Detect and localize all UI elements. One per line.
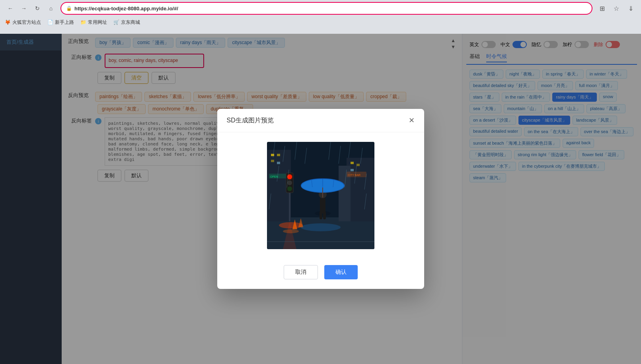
svg-rect-10 — [271, 160, 274, 162]
bookmarks-bar: 🦊 火狐官方站点 📄 新手上路 📁 常用网址 🛒 京东商城 — [0, 17, 641, 28]
bookmark-jd[interactable]: 🛒 京东商城 — [113, 19, 140, 26]
modal-overlay[interactable]: SD生成图片预览 ✕ — [0, 34, 641, 364]
modal-body: OPEN CITY BAR — [217, 132, 424, 259]
bookmark-common-sites[interactable]: 📁 常用网址 — [80, 19, 107, 26]
svg-rect-12 — [351, 162, 354, 164]
modal-close-button[interactable]: ✕ — [409, 116, 415, 125]
bookmark-firefox[interactable]: 🦊 火狐官方站点 — [5, 19, 41, 26]
modal-header: SD生成图片预览 ✕ — [217, 109, 424, 132]
preview-image: OPEN CITY BAR — [267, 142, 374, 249]
browser-top-bar: ← → ↻ ⌂ 🔒 https://ecqkua-todjez-8080.app… — [0, 0, 641, 17]
forward-button[interactable]: → — [18, 3, 29, 14]
svg-text:OPEN: OPEN — [270, 175, 278, 178]
refresh-button[interactable]: ↻ — [32, 3, 43, 14]
svg-point-23 — [287, 180, 292, 185]
bookmark-newbie[interactable]: 📄 新手上路 — [47, 19, 74, 26]
modal-title: SD生成图片预览 — [227, 116, 274, 125]
svg-point-24 — [287, 186, 292, 191]
lock-icon: 🔒 — [66, 6, 72, 11]
svg-rect-14 — [351, 169, 354, 171]
folder-icon: 📁 — [80, 19, 86, 25]
svg-rect-6 — [347, 158, 374, 221]
extensions-button[interactable]: ⊞ — [596, 3, 608, 14]
svg-text:CITY BAR: CITY BAR — [348, 174, 360, 176]
browser-nav-buttons: ← → ↻ ⌂ — [5, 3, 57, 14]
svg-point-4 — [301, 223, 341, 231]
browser-top-right-actions: ⊞ ☆ ⇓ — [596, 3, 636, 14]
preview-modal: SD生成图片预览 ✕ — [217, 109, 424, 289]
svg-rect-8 — [271, 154, 274, 156]
svg-rect-9 — [277, 154, 280, 156]
bookmark-star-button[interactable]: ☆ — [611, 3, 622, 14]
svg-rect-30 — [323, 211, 326, 219]
cart-icon: 🛒 — [113, 19, 119, 25]
svg-rect-11 — [277, 162, 280, 164]
home-button[interactable]: ⌂ — [45, 3, 57, 14]
modal-footer: 取消 确认 — [217, 259, 424, 289]
svg-rect-27 — [320, 197, 325, 213]
svg-rect-1 — [267, 217, 374, 249]
cancel-button[interactable]: 取消 — [284, 265, 318, 279]
browser-chrome: ← → ↻ ⌂ 🔒 https://ecqkua-todjez-8080.app… — [0, 0, 641, 34]
download-button[interactable]: ⇓ — [625, 3, 636, 14]
firefox-icon: 🦊 — [5, 19, 11, 25]
svg-rect-29 — [320, 211, 322, 219]
svg-rect-52 — [267, 241, 374, 242]
confirm-button[interactable]: 确认 — [324, 265, 358, 279]
svg-rect-13 — [357, 164, 360, 166]
back-button[interactable]: ← — [5, 3, 16, 14]
newbie-icon: 📄 — [47, 19, 53, 25]
address-bar[interactable]: 🔒 https://ecqkua-todjez-8080.app.myide.i… — [60, 2, 592, 15]
url-text: https://ecqkua-todjez-8080.app.myide.io/… — [74, 6, 587, 12]
